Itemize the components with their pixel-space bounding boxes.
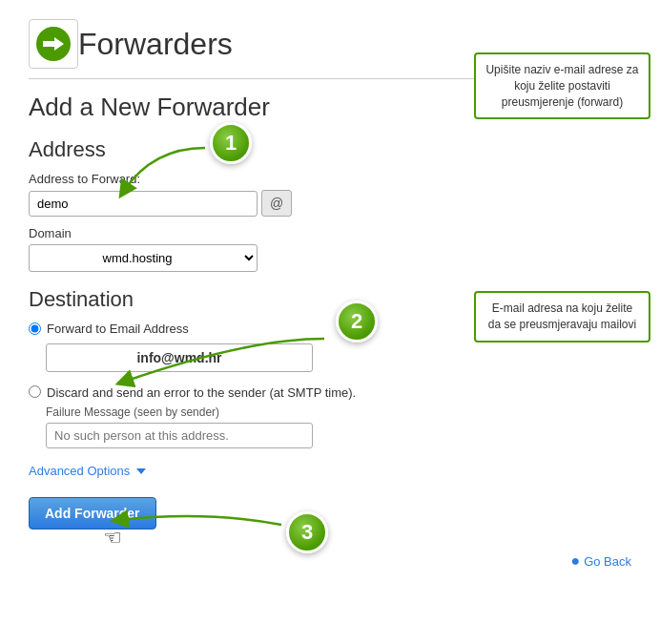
forwarders-icon-svg [35, 26, 72, 62]
radio-discard-label: Discard and send an error to the sender … [47, 385, 356, 400]
add-forwarder-title: Add a New Forwarder [29, 93, 631, 122]
step-1-circle: 1 [210, 122, 252, 164]
failure-message-label: Failure Message (seen by sender) [46, 405, 631, 419]
address-section-title: Address [29, 137, 631, 162]
address-row: @ [29, 190, 631, 217]
advanced-options-label: Advanced Options [29, 464, 130, 478]
address-input[interactable] [29, 191, 258, 217]
go-back-label: Go Back [584, 554, 631, 569]
forwarders-icon [29, 19, 78, 69]
forward-email-input[interactable] [46, 343, 313, 372]
step-3-circle: 3 [286, 511, 328, 553]
failure-message-input[interactable] [46, 423, 313, 448]
radio-discard-option: Discard and send an error to the sender … [29, 385, 631, 400]
destination-section-title: Destination [29, 287, 631, 312]
domain-label: Domain [29, 226, 631, 240]
go-back-row: ● Go Back [29, 552, 631, 570]
add-forwarder-row: Add Forwarder [29, 497, 631, 530]
radio-forward-option: Forward to Email Address [29, 322, 631, 336]
go-back-icon: ● [570, 552, 580, 570]
at-symbol: @ [261, 190, 292, 217]
forwarder-form: Add a New Forwarder Address Address to F… [29, 93, 631, 530]
address-label: Address to Forward: [29, 172, 631, 186]
domain-select[interactable]: wmd.hosting [29, 244, 258, 272]
chevron-down-icon [136, 468, 146, 474]
page-title: Forwarders [78, 27, 233, 62]
advanced-options-toggle[interactable]: Advanced Options [29, 464, 146, 478]
step-2-circle: 2 [336, 301, 378, 343]
add-forwarder-button[interactable]: Add Forwarder [29, 497, 156, 530]
go-back-link[interactable]: ● Go Back [570, 552, 631, 570]
cursor-hand-icon: ☞ [103, 526, 122, 551]
radio-forward-input[interactable] [29, 322, 41, 335]
radio-discard-input[interactable] [29, 385, 41, 398]
radio-forward-label: Forward to Email Address [47, 322, 189, 336]
